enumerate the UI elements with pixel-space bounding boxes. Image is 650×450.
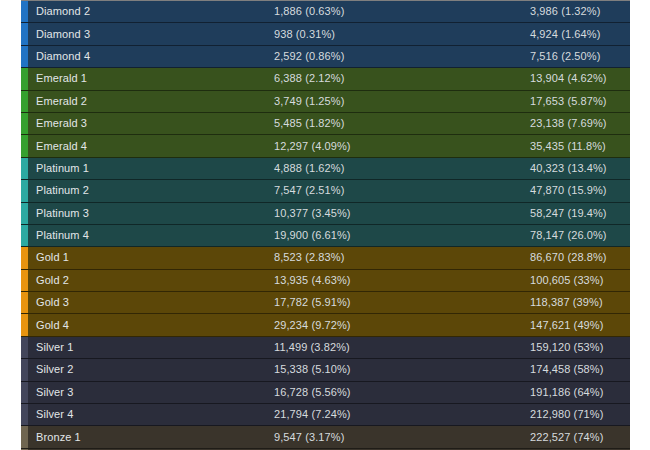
cumulative-value: 4,924 (1.64%) <box>530 29 630 40</box>
tier-color-stripe <box>21 359 28 380</box>
row-cells: Diamond 42,592 (0.86%)7,516 (2.50%) <box>28 46 630 67</box>
cumulative-value: 35,435 (11.8%) <box>530 141 630 152</box>
rank-label: Gold 2 <box>28 275 274 286</box>
row-cells: Diamond 3938 (0.31%)4,924 (1.64%) <box>28 23 630 44</box>
table-row: Bronze 19,547 (3.17%)222,527 (74%) <box>21 426 630 448</box>
row-cells: Emerald 16,388 (2.12%)13,904 (4.62%) <box>28 68 630 89</box>
tier-color-stripe <box>21 91 28 112</box>
cumulative-value: 222,527 (74%) <box>530 432 630 443</box>
table-row: Gold 18,523 (2.83%)86,670 (28.8%) <box>21 247 630 269</box>
rank-label: Silver 2 <box>28 364 274 375</box>
table-row: Emerald 412,297 (4.09%)35,435 (11.8%) <box>21 135 630 157</box>
table-row: Emerald 35,485 (1.82%)23,138 (7.69%) <box>21 113 630 135</box>
table-row: Platinum 14,888 (1.62%)40,323 (13.4%) <box>21 158 630 180</box>
table-row: Diamond 42,592 (0.86%)7,516 (2.50%) <box>21 46 630 68</box>
row-cells: Silver 215,338 (5.10%)174,458 (58%) <box>28 359 630 380</box>
table-row: Platinum 310,377 (3.45%)58,247 (19.4%) <box>21 203 630 225</box>
row-cells: Silver 421,794 (7.24%)212,980 (71%) <box>28 404 630 425</box>
rank-label: Platinum 2 <box>28 185 274 196</box>
table-row: Diamond 21,886 (0.63%)3,986 (1.32%) <box>21 1 630 23</box>
cumulative-value: 40,323 (13.4%) <box>530 163 630 174</box>
tier-color-stripe <box>21 292 28 313</box>
rank-label: Emerald 4 <box>28 141 274 152</box>
count-value: 938 (0.31%) <box>274 29 530 40</box>
count-value: 13,935 (4.63%) <box>274 275 530 286</box>
row-cells: Silver 111,499 (3.82%)159,120 (53%) <box>28 337 630 358</box>
rank-label: Silver 1 <box>28 342 274 353</box>
cumulative-value: 174,458 (58%) <box>530 364 630 375</box>
row-cells: Platinum 419,900 (6.61%)78,147 (26.0%) <box>28 225 630 246</box>
table-row: Emerald 23,749 (1.25%)17,653 (5.87%) <box>21 91 630 113</box>
rank-label: Diamond 3 <box>28 29 274 40</box>
tier-color-stripe <box>21 225 28 246</box>
cumulative-value: 118,387 (39%) <box>530 297 630 308</box>
cumulative-value: 86,670 (28.8%) <box>530 252 630 263</box>
tier-color-stripe <box>21 46 28 67</box>
row-cells: Emerald 23,749 (1.25%)17,653 (5.87%) <box>28 91 630 112</box>
cumulative-value: 7,516 (2.50%) <box>530 51 630 62</box>
cumulative-value: 191,186 (64%) <box>530 387 630 398</box>
count-value: 9,547 (3.17%) <box>274 432 530 443</box>
count-value: 1,886 (0.63%) <box>274 6 530 17</box>
tier-color-stripe <box>21 135 28 156</box>
rank-label: Platinum 1 <box>28 163 274 174</box>
table-row: Platinum 419,900 (6.61%)78,147 (26.0%) <box>21 225 630 247</box>
table-row: Silver 316,728 (5.56%)191,186 (64%) <box>21 382 630 404</box>
cumulative-value: 3,986 (1.32%) <box>530 6 630 17</box>
cumulative-value: 100,605 (33%) <box>530 275 630 286</box>
cumulative-value: 23,138 (7.69%) <box>530 118 630 129</box>
row-cells: Platinum 14,888 (1.62%)40,323 (13.4%) <box>28 158 630 179</box>
cumulative-value: 17,653 (5.87%) <box>530 96 630 107</box>
count-value: 12,297 (4.09%) <box>274 141 530 152</box>
table-row: Silver 215,338 (5.10%)174,458 (58%) <box>21 359 630 381</box>
count-value: 16,728 (5.56%) <box>274 387 530 398</box>
count-value: 19,900 (6.61%) <box>274 230 530 241</box>
tier-color-stripe <box>21 426 28 447</box>
table-row: Platinum 27,547 (2.51%)47,870 (15.9%) <box>21 180 630 202</box>
table-row: Silver 111,499 (3.82%)159,120 (53%) <box>21 337 630 359</box>
cumulative-value: 47,870 (15.9%) <box>530 185 630 196</box>
rank-label: Diamond 4 <box>28 51 274 62</box>
count-value: 21,794 (7.24%) <box>274 409 530 420</box>
count-value: 10,377 (3.45%) <box>274 208 530 219</box>
row-cells: Gold 213,935 (4.63%)100,605 (33%) <box>28 270 630 291</box>
rank-label: Gold 3 <box>28 297 274 308</box>
cumulative-value: 212,980 (71%) <box>530 409 630 420</box>
row-cells: Silver 316,728 (5.56%)191,186 (64%) <box>28 382 630 403</box>
rank-label: Gold 1 <box>28 252 274 263</box>
count-value: 17,782 (5.91%) <box>274 297 530 308</box>
tier-color-stripe <box>21 203 28 224</box>
tier-color-stripe <box>21 158 28 179</box>
row-cells: Platinum 27,547 (2.51%)47,870 (15.9%) <box>28 180 630 201</box>
row-cells: Gold 18,523 (2.83%)86,670 (28.8%) <box>28 247 630 268</box>
tier-color-stripe <box>21 382 28 403</box>
rank-label: Silver 4 <box>28 409 274 420</box>
page-background: Diamond 21,886 (0.63%)3,986 (1.32%)Diamo… <box>0 0 650 450</box>
count-value: 8,523 (2.83%) <box>274 252 530 263</box>
count-value: 3,749 (1.25%) <box>274 96 530 107</box>
table-row: Diamond 3938 (0.31%)4,924 (1.64%) <box>21 23 630 45</box>
row-cells: Emerald 35,485 (1.82%)23,138 (7.69%) <box>28 113 630 134</box>
count-value: 29,234 (9.72%) <box>274 320 530 331</box>
tier-color-stripe <box>21 180 28 201</box>
rank-label: Bronze 1 <box>28 432 274 443</box>
cumulative-value: 78,147 (26.0%) <box>530 230 630 241</box>
tier-color-stripe <box>21 68 28 89</box>
count-value: 5,485 (1.82%) <box>274 118 530 129</box>
rank-label: Emerald 2 <box>28 96 274 107</box>
rank-label: Emerald 1 <box>28 73 274 84</box>
rank-label: Gold 4 <box>28 320 274 331</box>
table-row: Silver 421,794 (7.24%)212,980 (71%) <box>21 404 630 426</box>
rank-label: Platinum 3 <box>28 208 274 219</box>
rank-label: Diamond 2 <box>28 6 274 17</box>
tier-color-stripe <box>21 23 28 44</box>
row-cells: Diamond 21,886 (0.63%)3,986 (1.32%) <box>28 1 630 22</box>
table-row: Emerald 16,388 (2.12%)13,904 (4.62%) <box>21 68 630 90</box>
cumulative-value: 147,621 (49%) <box>530 320 630 331</box>
count-value: 15,338 (5.10%) <box>274 364 530 375</box>
count-value: 6,388 (2.12%) <box>274 73 530 84</box>
tier-color-stripe <box>21 314 28 335</box>
cumulative-value: 159,120 (53%) <box>530 342 630 353</box>
count-value: 11,499 (3.82%) <box>274 342 530 353</box>
count-value: 4,888 (1.62%) <box>274 163 530 174</box>
